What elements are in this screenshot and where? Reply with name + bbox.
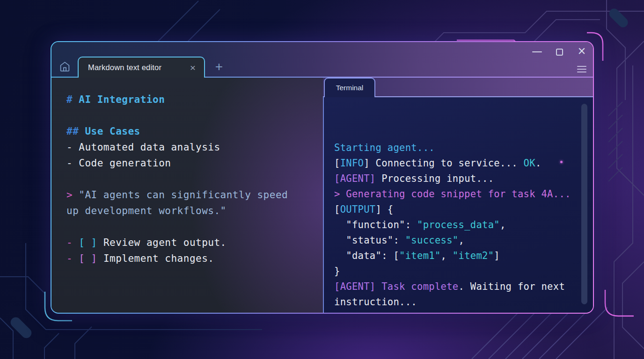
code-line: - [ ] Implement changes. (66, 251, 316, 266)
tab-markdown-editor[interactable]: Markdown text editor × (78, 57, 205, 78)
code-line: "function": "process_data", (334, 217, 573, 233)
plus-icon: + (215, 59, 223, 74)
code-line: instruction... (334, 294, 573, 310)
code-line: - [ ] Review agent output. (66, 235, 316, 251)
code-line: [OUTPUT] { (334, 202, 573, 217)
close-icon: × (578, 44, 586, 58)
home-icon (59, 61, 71, 74)
window-body: Markdown text editor × + × (51, 42, 593, 313)
code-line: [AGENT] Processing input... (334, 171, 573, 187)
tab-terminal[interactable]: Terminal (324, 78, 375, 97)
code-line: up development workflows." (66, 203, 316, 219)
home-button[interactable] (51, 57, 78, 78)
code-line (66, 108, 316, 123)
code-line: "status": "success", (334, 233, 573, 248)
tab-label: Markdown text editor (88, 63, 189, 72)
code-line: - Automated data analysis (66, 139, 316, 155)
tab-close-icon[interactable]: × (189, 63, 197, 72)
code-line: - Code generation (66, 155, 316, 171)
titlebar: Markdown text editor × + × (51, 42, 593, 78)
code-line: > Generating code snippet for task 4A... (334, 187, 573, 202)
code-line: "data": ["item1", "item2"] (334, 248, 573, 264)
code-line: [AGENT] Task complete. Waiting for next (334, 279, 573, 294)
glow-dot (560, 161, 563, 163)
code-line (66, 219, 316, 235)
window-content: # AI Integration ## Use Cases- Automated… (51, 78, 593, 313)
terminal-scrollbar[interactable] (581, 104, 587, 304)
hamburger-menu-icon (577, 66, 586, 67)
code-line: # AI Integration (66, 92, 316, 108)
code-line (66, 171, 316, 187)
desktop-background: { "window": { "tab": { "label": "Markdow… (0, 0, 644, 359)
code-line: } (334, 264, 573, 279)
menu-button[interactable] (572, 63, 591, 76)
terminal-header: Terminal (323, 78, 593, 96)
window-controls: × (527, 44, 591, 59)
new-tab-button[interactable]: + (212, 59, 227, 75)
terminal-output[interactable]: Starting agent...[INFO] Connecting to se… (323, 96, 593, 313)
maximize-button[interactable] (550, 44, 569, 59)
maximize-icon (556, 49, 563, 56)
markdown-editor-pane[interactable]: # AI Integration ## Use Cases- Automated… (51, 78, 323, 313)
code-line: Starting agent... (334, 140, 573, 156)
terminal-tab-label: Terminal (336, 84, 364, 92)
app-window: Markdown text editor × + × (51, 41, 594, 314)
code-line: ## Use Cases (66, 123, 316, 139)
close-button[interactable]: × (572, 44, 591, 59)
code-line: > "AI agents can significantly speed (66, 187, 316, 203)
code-line: [INFO] Connecting to service... OK. (334, 156, 573, 171)
minimize-button[interactable] (527, 44, 546, 59)
minimize-icon (532, 51, 542, 52)
terminal-pane: Terminal Starting agent...[INFO] Connect… (323, 78, 593, 313)
